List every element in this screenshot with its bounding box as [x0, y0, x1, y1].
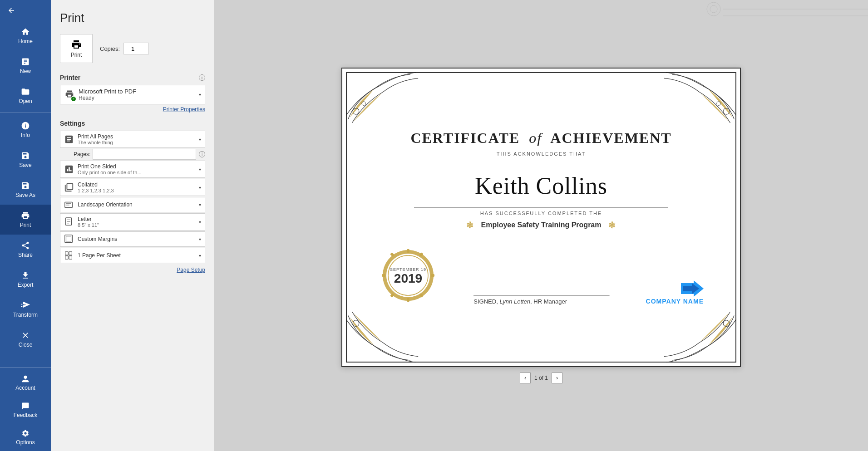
certificate-seal: SEPTEMBER 19 2019	[379, 246, 438, 305]
printer-status: Ready	[79, 95, 195, 101]
swirl-right-icon: ❃	[608, 220, 616, 230]
pages-per-sheet-text: 1 Page Per Sheet	[78, 252, 195, 259]
duplex-main: Print One Sided	[78, 163, 195, 170]
duplex-dropdown[interactable]: Print One Sided Only print on one side o…	[60, 161, 205, 178]
svg-point-10	[707, 2, 720, 16]
print-range-text: Print All Pages The whole thing	[78, 133, 195, 145]
margins-dropdown[interactable]: Custom Margins ▾	[60, 231, 205, 247]
collate-dropdown[interactable]: Collated 1,2,3 1,2,3 1,2,3 ▾	[60, 179, 205, 196]
printer-info-icon[interactable]: i	[199, 74, 205, 81]
duplex-chevron-icon: ▾	[199, 167, 201, 172]
print-title: Print	[60, 11, 205, 25]
back-button[interactable]	[0, 0, 51, 21]
printer-ready-check: ✓	[71, 97, 76, 101]
paper-size-sub: 8.5" x 11"	[78, 222, 195, 228]
printer-info: Microsoft Print to PDF Ready	[79, 88, 195, 101]
sidebar-item-home-label: Home	[18, 38, 33, 44]
sidebar-item-home[interactable]: Home	[0, 21, 51, 51]
company-name: COMPANY NAME	[646, 298, 704, 305]
duplex-text: Print One Sided Only print on one side o…	[78, 163, 195, 175]
paper-size-dropdown[interactable]: Letter 8.5" x 11" ▾	[60, 213, 205, 230]
sidebar-item-share-label: Share	[18, 252, 33, 258]
collate-chevron-icon: ▾	[199, 185, 201, 190]
sidebar-item-save-as[interactable]: Save As	[0, 175, 51, 205]
paper-size-main: Letter	[78, 216, 195, 222]
orientation-text: Landscape Orientation	[78, 201, 195, 208]
margins-main: Custom Margins	[78, 236, 195, 242]
sidebar-item-new-label: New	[20, 68, 31, 74]
certificate-bottom: SEPTEMBER 19 2019 SIGNED, Lynn Letten, H…	[365, 246, 717, 305]
sidebar-item-export-label: Export	[18, 282, 34, 288]
prev-page-button[interactable]: ‹	[520, 373, 531, 383]
sidebar-item-info-label: Info	[21, 132, 30, 138]
sidebar-item-close[interactable]: Close	[0, 324, 51, 354]
certificate-completed: HAS SUCCESSFULLY COMPLETED THE	[480, 211, 602, 216]
corner-decoration-tl	[342, 69, 424, 123]
pages-per-sheet-dropdown[interactable]: 1 Page Per Sheet ▾	[60, 248, 205, 263]
sidebar-item-options[interactable]: Options	[0, 424, 51, 451]
signature-text: SIGNED, Lynn Letten, HR Manager	[473, 298, 567, 305]
sidebar-item-export[interactable]: Export	[0, 265, 51, 294]
svg-rect-0	[65, 202, 73, 208]
collate-sub: 1,2,3 1,2,3 1,2,3	[78, 188, 195, 193]
sidebar-item-close-label: Close	[19, 342, 33, 348]
paper-size-text: Letter 8.5" x 11"	[78, 216, 195, 228]
sidebar-item-feedback[interactable]: Feedback	[0, 397, 51, 424]
svg-point-13	[362, 102, 366, 106]
settings-section-header: Settings	[60, 120, 205, 127]
sidebar-item-open[interactable]: Open	[0, 81, 51, 111]
printer-properties-link[interactable]: Printer Properties	[60, 106, 205, 113]
copies-input[interactable]	[123, 43, 149, 54]
print-range-main: Print All Pages	[78, 133, 195, 140]
print-button[interactable]: Print	[60, 34, 93, 63]
printer-dropdown[interactable]: ✓ Microsoft Print to PDF Ready ▾	[60, 85, 205, 104]
sidebar-item-new[interactable]: New	[0, 51, 51, 81]
pages-per-sheet-main: 1 Page Per Sheet	[78, 252, 195, 259]
sidebar-item-print-label: Print	[20, 222, 31, 228]
sidebar-item-share[interactable]: Share	[0, 235, 51, 265]
pages-label: Pages:	[74, 151, 90, 157]
certificate-program-row: ❃ Employee Safety Training Program ❃	[466, 220, 616, 230]
copies-label: Copies:	[100, 45, 120, 52]
main-content: Print Print Copies: Printer i	[51, 0, 868, 451]
pages-row: Pages: i	[74, 149, 205, 160]
orientation-icon	[64, 200, 74, 210]
printer-section-header: Printer i	[60, 74, 205, 81]
certificate-signature: SIGNED, Lynn Letten, HR Manager	[473, 295, 610, 305]
pages-per-sheet-icon	[64, 250, 74, 260]
pages-per-sheet-chevron-icon: ▾	[199, 253, 201, 258]
printer-icon: ✓	[64, 89, 75, 100]
sidebar: Home New Open Info Save Save As Print Sh…	[0, 0, 51, 451]
company-arrow-icon	[681, 280, 704, 297]
sidebar-bottom: Account Feedback Options	[0, 365, 51, 451]
company-logo	[681, 280, 704, 297]
svg-rect-7	[69, 256, 72, 259]
svg-rect-4	[65, 252, 68, 255]
next-page-button[interactable]: ›	[552, 373, 562, 383]
margins-chevron-icon: ▾	[199, 237, 201, 242]
certificate-recipient: Keith Collins	[475, 172, 607, 199]
certificate-program: Employee Safety Training Program	[481, 221, 602, 229]
pages-input[interactable]	[93, 149, 196, 160]
printer-section: Printer i ✓ Microsoft Print to PDF Ready…	[60, 74, 205, 113]
page-number: 1 of 1	[534, 375, 548, 381]
page-setup-link[interactable]: Page Setup	[60, 267, 205, 273]
orientation-dropdown[interactable]: Landscape Orientation ▾	[60, 197, 205, 212]
margins-icon	[64, 234, 74, 244]
print-range-dropdown[interactable]: Print All Pages The whole thing ▾	[60, 131, 205, 148]
certificate-title: CERTIFICATE of ACHIEVEMENT	[410, 130, 671, 147]
certificate-line-top	[414, 164, 668, 164]
sidebar-item-save[interactable]: Save	[0, 145, 51, 175]
print-button-row: Print Copies:	[60, 34, 205, 63]
sidebar-item-account[interactable]: Account	[0, 369, 51, 397]
collate-icon	[64, 182, 74, 192]
sidebar-item-feedback-label: Feedback	[14, 412, 38, 418]
svg-text:2019: 2019	[394, 271, 422, 285]
sidebar-item-print[interactable]: Print	[0, 205, 51, 235]
pages-info-icon[interactable]: i	[199, 151, 205, 157]
collate-text: Collated 1,2,3 1,2,3 1,2,3	[78, 181, 195, 193]
certificate-preview: CERTIFICATE of ACHIEVEMENT THIS ACKNOWLE…	[341, 68, 741, 367]
sidebar-item-transform[interactable]: Transform	[0, 294, 51, 324]
svg-rect-6	[65, 256, 68, 259]
sidebar-item-info[interactable]: Info	[0, 115, 51, 145]
